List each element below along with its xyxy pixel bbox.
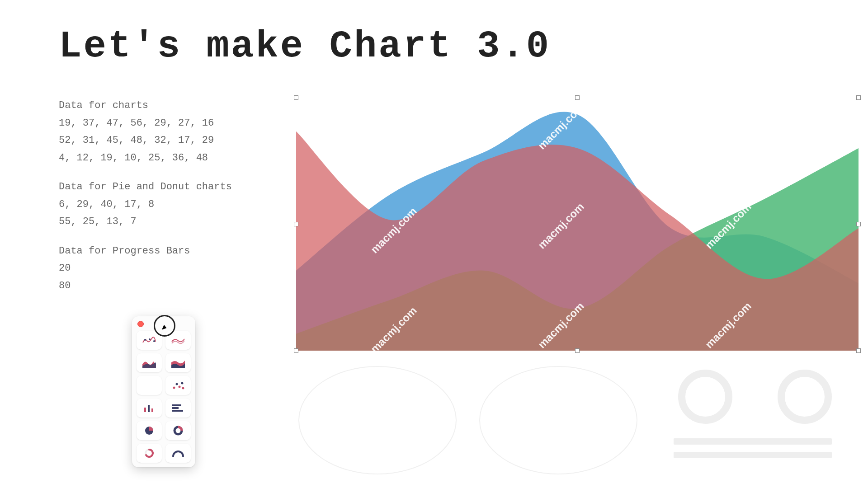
svg-rect-8 (144, 408, 146, 412)
svg-point-7 (182, 387, 184, 389)
tool-gauge-chart[interactable] (165, 444, 191, 463)
selection-handle[interactable] (575, 348, 580, 353)
section-title-progress: Data for Progress Bars (59, 243, 253, 260)
selection-handle[interactable] (856, 222, 861, 226)
svg-point-4 (176, 383, 178, 385)
tool-horizontal-bar-chart[interactable] (165, 399, 191, 418)
selection-handle[interactable] (294, 348, 298, 353)
svg-point-3 (173, 387, 175, 389)
svg-point-6 (181, 382, 184, 385)
tool-stream-chart[interactable] (137, 376, 162, 395)
data-row: 80 (59, 277, 253, 295)
tool-scatter-chart[interactable] (165, 376, 191, 395)
placeholder-ellipse (298, 366, 457, 474)
tool-pie-chart[interactable] (137, 421, 162, 440)
svg-rect-9 (148, 405, 150, 412)
svg-point-2 (153, 340, 155, 342)
section-title-charts: Data for charts (59, 97, 253, 115)
svg-point-0 (144, 339, 146, 341)
data-row: 4, 12, 19, 10, 25, 36, 48 (59, 150, 253, 167)
selection-handle[interactable] (294, 222, 298, 226)
section-title-pie: Data for Pie and Donut charts (59, 178, 253, 196)
tool-multi-line-chart[interactable] (165, 331, 191, 350)
area-chart-svg (296, 98, 859, 351)
chart-type-palette[interactable] (132, 316, 195, 467)
tool-line-chart[interactable] (137, 331, 162, 350)
placeholder-bar (674, 452, 832, 458)
data-row: 52, 31, 45, 48, 32, 17, 29 (59, 132, 253, 150)
data-row: 20 (59, 260, 253, 277)
close-icon[interactable] (137, 321, 144, 327)
data-row: 19, 37, 47, 56, 29, 27, 16 (59, 115, 253, 132)
data-text-panel: Data for charts 19, 37, 47, 56, 29, 27, … (59, 97, 253, 295)
tool-stacked-area-chart[interactable] (165, 353, 191, 372)
svg-point-1 (149, 338, 151, 340)
selection-handle[interactable] (294, 95, 298, 100)
palette-grid (137, 331, 191, 463)
svg-point-5 (179, 386, 181, 388)
page-title: Let's make Chart 3.0 (59, 25, 551, 68)
selection-handle[interactable] (856, 348, 861, 353)
tool-bar-chart[interactable] (137, 399, 162, 418)
selection-handle[interactable] (575, 95, 580, 100)
placeholder-ellipse (479, 366, 637, 474)
palette-header[interactable] (137, 321, 191, 327)
selection-handle[interactable] (856, 95, 861, 100)
svg-rect-11 (172, 404, 181, 406)
area-chart-canvas[interactable]: macmj.com macmj.com macmj.com macmj.com … (296, 98, 859, 351)
tool-area-chart[interactable] (137, 353, 162, 372)
data-row: 55, 25, 13, 7 (59, 213, 253, 231)
tool-donut-chart[interactable] (165, 421, 191, 440)
placeholder-ring (778, 370, 832, 424)
placeholder-bar (674, 438, 832, 445)
svg-rect-12 (172, 407, 179, 409)
tool-progress-circle[interactable] (137, 444, 162, 463)
data-row: 6, 29, 40, 17, 8 (59, 196, 253, 214)
svg-rect-10 (151, 408, 153, 412)
placeholder-ring (678, 370, 732, 424)
svg-rect-13 (172, 410, 183, 412)
